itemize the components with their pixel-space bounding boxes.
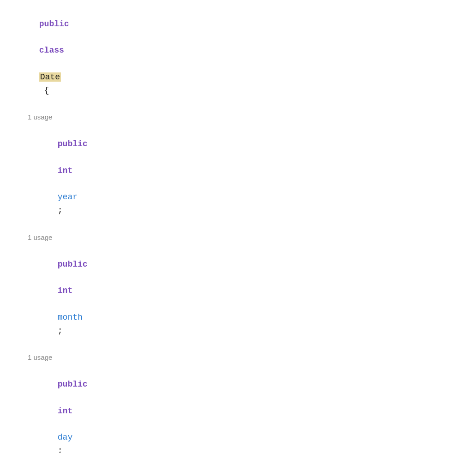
semicolon: ; xyxy=(58,446,63,453)
keyword-int-day: int xyxy=(58,406,72,416)
field-day-line: public int day ; xyxy=(28,364,467,453)
keyword-int-year: int xyxy=(58,166,72,175)
space xyxy=(39,33,44,42)
class-header-section: public class Date { 1 usage public int y… xyxy=(0,0,476,453)
space xyxy=(58,179,63,189)
code-container: public class Date { 1 usage public int y… xyxy=(0,0,476,453)
brace: { xyxy=(39,86,49,95)
field-year: year xyxy=(58,192,78,202)
space xyxy=(58,153,63,162)
semicolon: ; xyxy=(58,206,63,215)
field-month: month xyxy=(58,313,83,322)
field-month-line: public int month ; xyxy=(28,244,467,351)
keyword-public-year: public xyxy=(58,139,88,149)
space xyxy=(39,59,44,68)
semicolon: ; xyxy=(58,326,63,335)
class-header-line: public class Date { xyxy=(9,4,467,111)
space xyxy=(58,393,63,402)
keyword-public-month: public xyxy=(58,260,88,269)
keyword-public: public xyxy=(39,19,69,29)
space xyxy=(58,299,63,309)
usage-hint-month: 1 usage xyxy=(28,232,467,243)
field-year-line: public int year ; xyxy=(28,124,467,231)
field-day: day xyxy=(58,433,72,442)
space xyxy=(58,419,63,429)
keyword-public-day: public xyxy=(58,380,88,389)
usage-hint-year: 1 usage xyxy=(28,112,467,123)
class-name: Date xyxy=(39,72,61,82)
keyword-int-month: int xyxy=(58,286,72,295)
usage-hint-day: 1 usage xyxy=(28,352,467,363)
keyword-class: class xyxy=(39,46,64,55)
space xyxy=(58,273,63,282)
